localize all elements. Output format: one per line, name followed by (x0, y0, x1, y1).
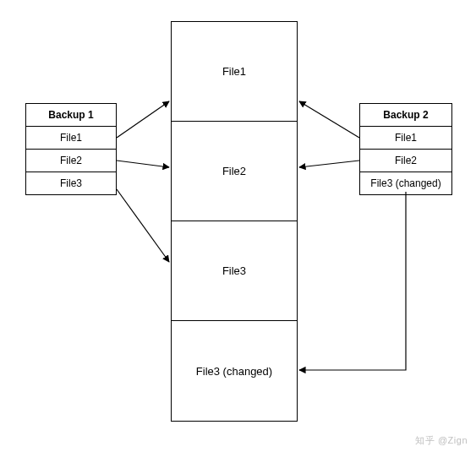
backup1-row: File3 (26, 172, 116, 194)
backup2-row: File3 (changed) (360, 172, 451, 194)
center-row: File2 (172, 122, 297, 221)
center-row: File3 (changed) (172, 321, 297, 421)
arrow-b2-file3changed (299, 192, 406, 370)
arrow-b1-file2 (117, 161, 169, 167)
arrow-b2-file2 (299, 161, 359, 167)
center-row: File1 (172, 22, 297, 122)
center-row: File3 (172, 221, 297, 321)
arrow-b1-file3 (117, 189, 169, 262)
center-store-box: File1 File2 File3 File3 (changed) (171, 21, 298, 422)
backup2-row: File2 (360, 150, 451, 172)
backup2-header: Backup 2 (360, 104, 451, 127)
backup1-header: Backup 1 (26, 104, 116, 127)
arrow-b2-file1 (299, 101, 359, 138)
backup1-row: File2 (26, 150, 116, 172)
watermark-text: 知乎 @Zign (415, 434, 468, 447)
backup1-row: File1 (26, 127, 116, 150)
backup2-box: Backup 2 File1 File2 File3 (changed) (359, 103, 452, 195)
backup1-box: Backup 1 File1 File2 File3 (25, 103, 117, 195)
arrow-b1-file1 (117, 101, 169, 138)
backup2-row: File1 (360, 127, 451, 150)
